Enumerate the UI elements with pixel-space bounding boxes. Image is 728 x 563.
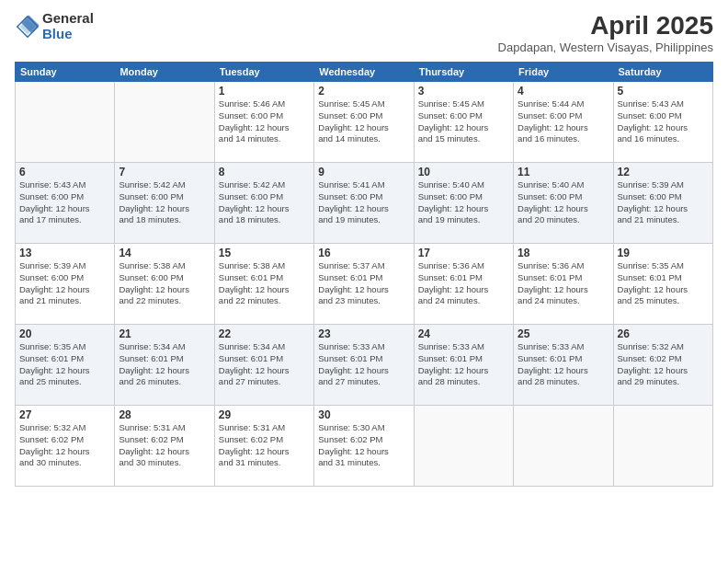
day-info: Sunrise: 5:35 AM Sunset: 6:01 PM Dayligh… [618, 260, 709, 307]
day-info: Sunrise: 5:38 AM Sunset: 6:01 PM Dayligh… [219, 260, 310, 307]
day-info: Sunrise: 5:32 AM Sunset: 6:02 PM Dayligh… [618, 341, 709, 388]
day-number: 7 [119, 166, 210, 178]
day-number: 1 [219, 85, 310, 98]
day-info: Sunrise: 5:31 AM Sunset: 6:02 PM Dayligh… [219, 422, 310, 469]
day-cell [16, 82, 115, 163]
day-cell: 3Sunrise: 5:45 AM Sunset: 6:00 PM Daylig… [414, 82, 513, 163]
location: Dapdapan, Western Visayas, Philippines [498, 40, 713, 54]
header: General Blue April 2025 Dapdapan, Wester… [15, 11, 713, 54]
day-number: 12 [618, 166, 709, 178]
day-info: Sunrise: 5:30 AM Sunset: 6:02 PM Dayligh… [318, 422, 409, 469]
page: General Blue April 2025 Dapdapan, Wester… [0, 0, 728, 563]
day-info: Sunrise: 5:38 AM Sunset: 6:00 PM Dayligh… [119, 260, 210, 307]
day-info: Sunrise: 5:39 AM Sunset: 6:00 PM Dayligh… [618, 179, 709, 226]
day-info: Sunrise: 5:33 AM Sunset: 6:01 PM Dayligh… [518, 341, 609, 388]
day-number: 19 [618, 247, 709, 259]
logo-general: General [42, 11, 94, 27]
day-cell: 29Sunrise: 5:31 AM Sunset: 6:02 PM Dayli… [214, 406, 313, 487]
day-info: Sunrise: 5:39 AM Sunset: 6:00 PM Dayligh… [19, 260, 110, 307]
day-info: Sunrise: 5:34 AM Sunset: 6:01 PM Dayligh… [119, 341, 210, 388]
day-info: Sunrise: 5:40 AM Sunset: 6:00 PM Dayligh… [518, 179, 609, 226]
day-info: Sunrise: 5:43 AM Sunset: 6:00 PM Dayligh… [618, 98, 709, 145]
day-number: 15 [219, 247, 310, 259]
day-cell: 15Sunrise: 5:38 AM Sunset: 6:01 PM Dayli… [214, 244, 313, 325]
day-info: Sunrise: 5:34 AM Sunset: 6:01 PM Dayligh… [219, 341, 310, 388]
day-number: 22 [219, 327, 310, 340]
day-info: Sunrise: 5:37 AM Sunset: 6:01 PM Dayligh… [318, 260, 409, 307]
day-info: Sunrise: 5:31 AM Sunset: 6:02 PM Dayligh… [119, 422, 210, 469]
day-number: 9 [318, 166, 409, 178]
day-cell: 21Sunrise: 5:34 AM Sunset: 6:01 PM Dayli… [115, 325, 214, 406]
day-cell: 23Sunrise: 5:33 AM Sunset: 6:01 PM Dayli… [314, 325, 414, 406]
day-cell: 4Sunrise: 5:44 AM Sunset: 6:00 PM Daylig… [514, 82, 613, 163]
day-cell: 9Sunrise: 5:41 AM Sunset: 6:00 PM Daylig… [314, 163, 414, 244]
day-cell: 30Sunrise: 5:30 AM Sunset: 6:02 PM Dayli… [314, 406, 414, 487]
week-row-2: 6Sunrise: 5:43 AM Sunset: 6:00 PM Daylig… [16, 163, 713, 244]
day-number: 25 [518, 327, 609, 340]
day-cell: 6Sunrise: 5:43 AM Sunset: 6:00 PM Daylig… [16, 163, 115, 244]
day-number: 17 [418, 247, 509, 259]
day-number: 20 [19, 327, 110, 340]
calendar: Sunday Monday Tuesday Wednesday Thursday… [15, 62, 713, 487]
logo-blue: Blue [42, 27, 94, 42]
day-cell: 22Sunrise: 5:34 AM Sunset: 6:01 PM Dayli… [214, 325, 313, 406]
col-tuesday: Tuesday [214, 63, 313, 82]
day-info: Sunrise: 5:44 AM Sunset: 6:00 PM Dayligh… [518, 98, 609, 145]
col-saturday: Saturday [613, 63, 712, 82]
day-info: Sunrise: 5:35 AM Sunset: 6:01 PM Dayligh… [19, 341, 110, 388]
day-cell [514, 406, 613, 487]
day-info: Sunrise: 5:45 AM Sunset: 6:00 PM Dayligh… [418, 98, 509, 145]
day-cell [115, 82, 214, 163]
day-number: 14 [119, 247, 210, 259]
day-info: Sunrise: 5:36 AM Sunset: 6:01 PM Dayligh… [418, 260, 509, 307]
col-thursday: Thursday [414, 63, 513, 82]
day-info: Sunrise: 5:33 AM Sunset: 6:01 PM Dayligh… [318, 341, 409, 388]
week-row-1: 1Sunrise: 5:46 AM Sunset: 6:00 PM Daylig… [16, 82, 713, 163]
day-cell: 14Sunrise: 5:38 AM Sunset: 6:00 PM Dayli… [115, 244, 214, 325]
logo-icon [15, 14, 40, 40]
week-row-3: 13Sunrise: 5:39 AM Sunset: 6:00 PM Dayli… [16, 244, 713, 325]
day-info: Sunrise: 5:40 AM Sunset: 6:00 PM Dayligh… [418, 179, 509, 226]
day-cell: 16Sunrise: 5:37 AM Sunset: 6:01 PM Dayli… [314, 244, 414, 325]
day-cell: 17Sunrise: 5:36 AM Sunset: 6:01 PM Dayli… [414, 244, 513, 325]
day-number: 29 [219, 408, 310, 421]
day-number: 2 [318, 85, 409, 98]
col-wednesday: Wednesday [314, 63, 414, 82]
day-cell: 13Sunrise: 5:39 AM Sunset: 6:00 PM Dayli… [16, 244, 115, 325]
day-cell [613, 406, 712, 487]
day-info: Sunrise: 5:33 AM Sunset: 6:01 PM Dayligh… [418, 341, 509, 388]
month-title: April 2025 [498, 11, 713, 40]
week-row-4: 20Sunrise: 5:35 AM Sunset: 6:01 PM Dayli… [16, 325, 713, 406]
day-cell: 28Sunrise: 5:31 AM Sunset: 6:02 PM Dayli… [115, 406, 214, 487]
day-info: Sunrise: 5:41 AM Sunset: 6:00 PM Dayligh… [318, 179, 409, 226]
day-number: 8 [219, 166, 310, 178]
week-row-5: 27Sunrise: 5:32 AM Sunset: 6:02 PM Dayli… [16, 406, 713, 487]
day-cell: 2Sunrise: 5:45 AM Sunset: 6:00 PM Daylig… [314, 82, 414, 163]
day-cell: 5Sunrise: 5:43 AM Sunset: 6:00 PM Daylig… [613, 82, 712, 163]
header-row: Sunday Monday Tuesday Wednesday Thursday… [16, 63, 713, 82]
day-cell: 19Sunrise: 5:35 AM Sunset: 6:01 PM Dayli… [613, 244, 712, 325]
day-info: Sunrise: 5:32 AM Sunset: 6:02 PM Dayligh… [19, 422, 110, 469]
day-number: 13 [19, 247, 110, 259]
col-friday: Friday [514, 63, 613, 82]
day-number: 28 [119, 408, 210, 421]
col-sunday: Sunday [16, 63, 115, 82]
day-cell: 26Sunrise: 5:32 AM Sunset: 6:02 PM Dayli… [613, 325, 712, 406]
day-number: 3 [418, 85, 509, 98]
day-info: Sunrise: 5:42 AM Sunset: 6:00 PM Dayligh… [119, 179, 210, 226]
day-number: 23 [318, 327, 409, 340]
day-cell: 1Sunrise: 5:46 AM Sunset: 6:00 PM Daylig… [214, 82, 313, 163]
day-cell: 25Sunrise: 5:33 AM Sunset: 6:01 PM Dayli… [514, 325, 613, 406]
day-cell: 18Sunrise: 5:36 AM Sunset: 6:01 PM Dayli… [514, 244, 613, 325]
title-section: April 2025 Dapdapan, Western Visayas, Ph… [498, 11, 713, 54]
day-number: 5 [618, 85, 709, 98]
logo-text: General Blue [42, 11, 94, 41]
day-number: 26 [618, 327, 709, 340]
day-number: 11 [518, 166, 609, 178]
day-cell [414, 406, 513, 487]
day-info: Sunrise: 5:46 AM Sunset: 6:00 PM Dayligh… [219, 98, 310, 145]
day-cell: 20Sunrise: 5:35 AM Sunset: 6:01 PM Dayli… [16, 325, 115, 406]
logo: General Blue [15, 11, 94, 41]
day-cell: 7Sunrise: 5:42 AM Sunset: 6:00 PM Daylig… [115, 163, 214, 244]
day-number: 27 [19, 408, 110, 421]
